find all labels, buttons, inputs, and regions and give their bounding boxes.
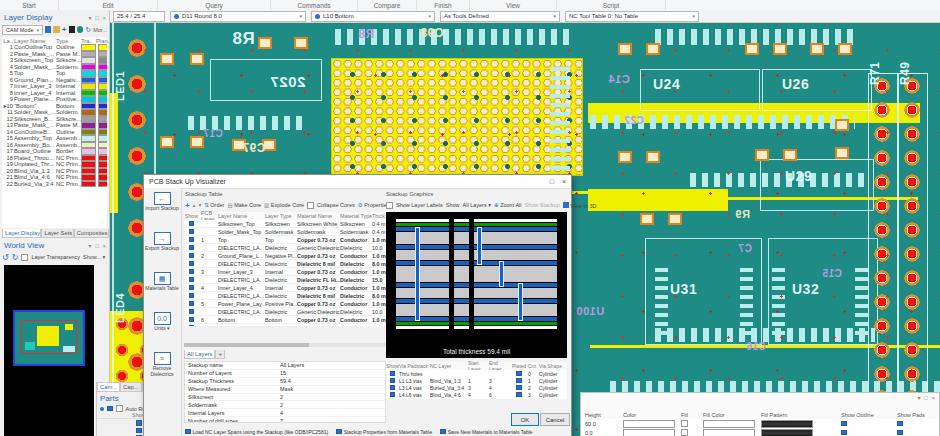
auto-ref-checkbox[interactable] (116, 405, 123, 412)
dcode-combo[interactable]: D11 Round 8.0▾ (170, 11, 306, 22)
dialog-titlebar[interactable]: PCB Stack Up Visualizer □ × (144, 175, 571, 189)
save-icon[interactable] (45, 26, 51, 33)
layer-transparency-checkbox[interactable] (21, 254, 28, 261)
show-checkbox[interactable] (189, 221, 195, 227)
plated-checkbox[interactable] (516, 392, 522, 398)
close-button[interactable]: × (562, 178, 566, 185)
ribbon-group-start[interactable]: Start (0, 0, 59, 10)
show-outline-checkbox[interactable] (841, 421, 847, 427)
stackup-row[interactable]: 5Power_Plane_Lay...Positive Pla...Copper… (184, 300, 386, 308)
parts-select-checkbox[interactable] (107, 406, 113, 412)
show-stackup-button[interactable]: Show Stackup (525, 202, 560, 208)
show-dropdown[interactable]: Show... ▾ (83, 254, 105, 260)
ribbon-group-edit[interactable]: Edit (59, 0, 158, 10)
sidebar-import-stackup-button[interactable]: ←Import Stackup (144, 192, 180, 212)
via-row[interactable]: Thru holes0Cylinder (386, 370, 567, 377)
redraw-icon[interactable] (77, 26, 83, 33)
cam-mode-combo[interactable]: CAM Mode▾ (2, 25, 43, 35)
color-icon[interactable] (69, 26, 75, 33)
plated-checkbox[interactable] (516, 378, 522, 384)
sidebar-materials-table-button[interactable]: ▦Materials Table (144, 272, 180, 292)
stackup-row[interactable]: DIELECTRIC_LA...DielectricGeneric Dielec… (184, 244, 386, 252)
nc-tool-table-combo[interactable]: NC Tool Table 0: No Table▾ (565, 11, 699, 22)
cancel-button[interactable]: Cancel (540, 413, 570, 426)
maximize-button[interactable]: □ (550, 178, 554, 185)
show-outline-checkbox[interactable] (841, 430, 847, 436)
ribbon-group-finish[interactable]: Finish (417, 0, 470, 10)
show-checkbox[interactable] (390, 371, 396, 377)
show-checkbox[interactable] (189, 325, 195, 326)
grid-spacing-field[interactable]: 25.4 / 25.4 (113, 11, 165, 22)
tab-layer-sets[interactable]: Layer Sets (41, 229, 73, 238)
ribbon-group-compare[interactable]: Compare (358, 0, 417, 10)
show-checkbox[interactable] (189, 245, 195, 251)
tab-composites[interactable]: Composites (74, 229, 109, 238)
stackup-row[interactable]: Solder_Mask_Bot...SoldermaskSoldermaskSo… (184, 324, 386, 326)
via-row[interactable]: L4:L6 viasBlind_Via_4:6463Cylinder (386, 391, 567, 398)
ribbon-group-commands[interactable]: Commands (271, 0, 358, 10)
summary-row[interactable]: Silkscreen2 (185, 394, 385, 402)
display-row[interactable]: 0.0 (581, 428, 939, 436)
stackup-row[interactable]: DIELECTRIC_LA...DielectricGeneric Dielec… (184, 308, 386, 316)
show-checkbox[interactable] (390, 378, 396, 384)
fill-color-swatch[interactable] (703, 420, 755, 428)
show-checkbox[interactable] (189, 229, 195, 235)
sidebar-export-stackup-button[interactable]: →Export Stackup (144, 232, 180, 252)
parts-radio[interactable] (100, 407, 104, 411)
show-pads-checkbox[interactable] (897, 421, 903, 427)
ribbon-group-view[interactable]: View (470, 0, 557, 10)
layer-row[interactable]: 22Buried_Via_3:4NC Prim... (2, 181, 107, 188)
layer-color-swatch[interactable] (81, 181, 96, 188)
rotate-right-icon[interactable]: ↻ (12, 253, 19, 262)
panel-buttons[interactable]: ▾ □ × (918, 394, 936, 401)
add-tab-button[interactable]: + (215, 350, 224, 359)
add-layer-icon[interactable]: + (62, 25, 67, 34)
stackup-row[interactable]: 6BottomBottomCopper 0.73 ozConductor1.0 … (184, 316, 386, 324)
sidebar-remove-dielectrics-button[interactable]: ≡Remove Dielectrics (144, 352, 180, 377)
footer-option[interactable]: Load NC Layer Spans using the Stackup (l… (185, 427, 328, 436)
plated-checkbox[interactable] (516, 385, 522, 391)
all-layers-tab[interactable]: All Layers (184, 350, 215, 359)
plated-checkbox[interactable] (516, 371, 522, 377)
layer-color-swatch[interactable] (98, 181, 107, 188)
show-layers-dropdown[interactable]: All Layers ▾ (463, 202, 491, 208)
folder-icon[interactable] (53, 26, 59, 33)
order-button[interactable]: ⇅ Order (204, 202, 224, 208)
ok-button[interactable]: OK (511, 413, 539, 426)
summary-row[interactable]: Stackup Thickness59.4 (185, 378, 385, 386)
via-row[interactable]: L3:L4 viasBuried_Via_3:4342Cylinder (386, 384, 567, 391)
show-checkbox[interactable] (189, 277, 195, 283)
show-checkbox[interactable] (189, 301, 195, 307)
color-swatch[interactable] (623, 420, 675, 428)
display-row[interactable]: 60.0 (581, 419, 939, 428)
summary-row[interactable]: Stackup nameAll Layers (185, 362, 385, 370)
summary-row[interactable]: Number of drill sizes7 (185, 417, 385, 423)
show-checkbox[interactable] (189, 293, 195, 299)
show-checkbox[interactable] (189, 309, 195, 315)
collapse-cores-checkbox[interactable] (307, 202, 314, 209)
stackup-row[interactable]: 2Ground_Plane_L...Negative Pl...Copper 0… (184, 252, 386, 260)
footer-option[interactable]: Stackup Properties from Materials Table (336, 427, 432, 436)
via-row[interactable]: L1:L3 viasBlind_Via_1:3131Cylinder (386, 377, 567, 384)
add-row-icon[interactable]: + (185, 201, 190, 210)
show-checkbox[interactable] (189, 317, 195, 323)
show-layer-labels-checkbox[interactable] (386, 202, 393, 209)
zoom-all-button[interactable]: ⊕ Zoom All (494, 202, 522, 208)
view-3d-button[interactable]: View in 3D (563, 202, 597, 209)
stackup-row[interactable]: 3Inner_Layer_3InternalCopper 0.73 ozCond… (184, 268, 386, 276)
sidebar-units-button[interactable]: 0.0Units ▾ (144, 312, 180, 332)
move-down-icon[interactable]: ▾ (198, 202, 201, 208)
show-checkbox[interactable] (189, 285, 195, 291)
move-up-icon[interactable]: ▴ (193, 202, 196, 208)
part-show-checkbox[interactable] (136, 428, 142, 434)
show-pads-checkbox[interactable] (897, 430, 903, 436)
summary-row[interactable]: Internal Layers4 (185, 409, 385, 417)
ribbon-group-script[interactable]: Script (557, 0, 666, 10)
show-checkbox[interactable] (189, 269, 195, 275)
explode-core-button[interactable]: ▥ Explode Core (264, 202, 304, 208)
parts-tab[interactable]: Cam... (97, 383, 120, 392)
tab-layer-display[interactable]: Layer Display (2, 229, 41, 238)
show-checkbox[interactable] (189, 237, 195, 243)
color-swatch[interactable] (623, 429, 675, 436)
summary-row[interactable]: Where MeasuredMask (185, 386, 385, 394)
